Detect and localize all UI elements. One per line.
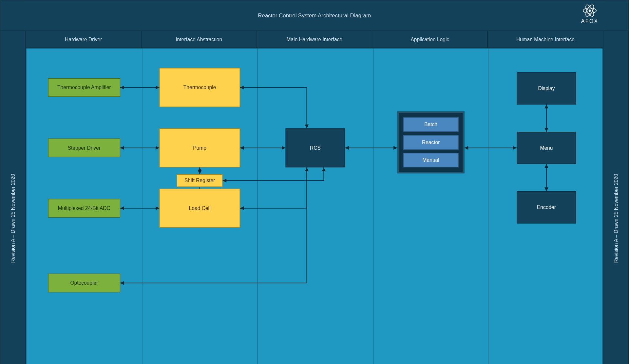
revision-left: Revision A – Drawn 25 November 2020 [10,174,16,263]
col-main: Main Hardware Interface [257,31,372,48]
colsep-1 [142,48,142,364]
app-batch: Batch [403,117,459,132]
box-shift-register: Shift Register [177,174,223,187]
label-reactor: Reactor [422,139,440,145]
diagram-frame: Reactor Control System Architectural Dia… [0,0,629,364]
colsep-4 [489,48,489,364]
box-encoder: Encoder [517,191,576,224]
label-shift-register: Shift Register [184,178,215,183]
box-display: Display [517,72,576,105]
col-hw-driver: Hardware Driver [26,31,142,48]
label-thermocouple: Thermocouple [183,85,216,90]
col-headers-top: Hardware Driver Interface Abstraction Ma… [26,31,603,48]
colsep-2 [257,48,258,364]
revision-right: Revision A – Drawn 25 November 2020 [613,174,619,263]
title-text: Reactor Control System Architectural Dia… [258,12,371,19]
label-load-cell: Load Cell [189,205,211,211]
title-top: Reactor Control System Architectural Dia… [0,0,628,31]
label-menu: Menu [540,145,553,151]
atom-icon [581,3,599,18]
label-batch: Batch [424,122,437,127]
label-encoder: Encoder [537,204,556,210]
label-manual: Manual [423,157,439,163]
box-adc: Multiplexed 24-Bit ADC [48,199,120,218]
col-app: Application Logic [372,31,488,48]
colsep-3 [373,48,373,364]
label-display: Display [538,86,555,91]
label-thermo-amp: Thermocouple Amplifier [57,85,111,90]
app-reactor: Reactor [403,135,459,149]
col-hmi: Human Machine Interface [488,31,603,48]
label-opto: Optocoupler [70,280,98,286]
sidebar-right: Revision A – Drawn 25 November 2020 [603,31,628,364]
label-stepper: Stepper Driver [68,145,101,151]
col-iface: Interface Abstraction [142,31,257,48]
box-thermocouple: Thermocouple [159,68,240,107]
label-rcs: RCS [310,145,321,151]
label-adc: Multiplexed 24-Bit ADC [58,205,110,211]
box-menu: Menu [517,132,576,164]
canvas: Thermocouple Amplifier Stepper Driver Mu… [26,48,603,364]
box-stepper: Stepper Driver [48,139,120,157]
box-pump: Pump [159,128,240,167]
box-thermo-amp: Thermocouple Amplifier [48,78,120,97]
sidebar-left: Revision A – Drawn 25 November 2020 [0,31,26,364]
box-app-logic: Batch Reactor Manual [397,111,465,173]
box-load-cell: Load Cell [159,189,240,228]
label-pump: Pump [193,145,206,151]
app-manual: Manual [403,153,459,167]
brand-text: AFOX [581,18,599,24]
svg-point-3 [589,10,591,12]
box-opto: Optocoupler [48,274,120,292]
box-rcs: RCS [286,128,345,167]
logo-top: AFOX [581,3,599,24]
